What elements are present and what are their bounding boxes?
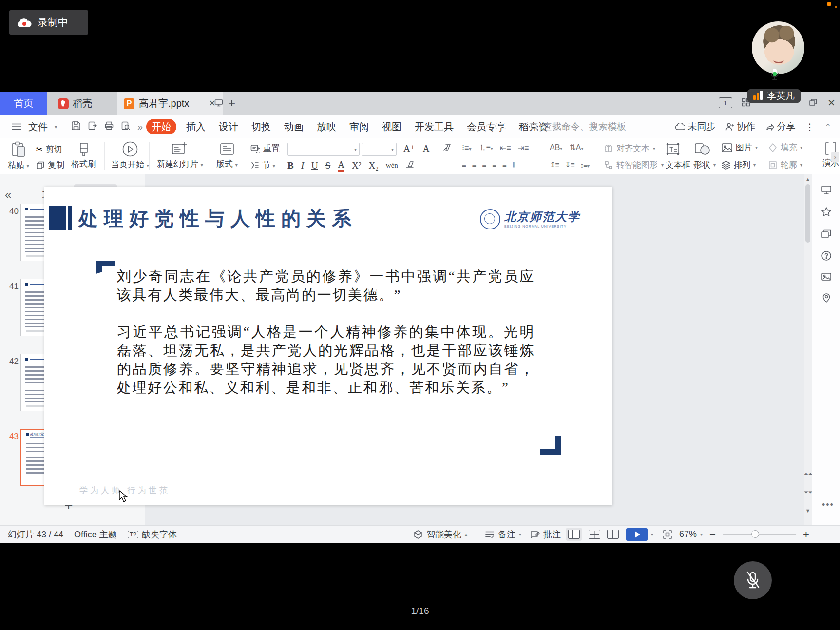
ribbon-tab-review[interactable]: 审阅 — [349, 120, 369, 134]
highlight-button[interactable] — [405, 160, 414, 171]
previous-slide-icon[interactable]: ⏶⏶ — [804, 471, 812, 477]
reset-button[interactable]: 重置 — [250, 143, 280, 154]
ribbon-tab-slideshow[interactable]: 放映 — [317, 120, 336, 134]
notes-button[interactable]: 备注 ▾ — [485, 526, 521, 543]
clear-format-icon[interactable] — [442, 143, 452, 154]
new-tab-button[interactable]: + — [228, 95, 235, 111]
location-pin-icon[interactable] — [821, 292, 832, 305]
ribbon-tab-insert[interactable]: 插入 — [186, 120, 206, 134]
zoom-level[interactable]: 67% ▾ — [679, 526, 703, 543]
share-button[interactable]: 分享 — [765, 120, 796, 133]
outline-button[interactable]: 轮廓▾ — [768, 159, 802, 171]
zoom-out-button[interactable]: − — [709, 526, 716, 543]
slide-canvas[interactable]: 处理好党性与人性的关系 北京师范大学 BEIJING NORMAL UNIVER… — [44, 187, 612, 505]
strike-button[interactable]: S — [325, 160, 331, 171]
close-button[interactable]: ✕ — [827, 97, 836, 109]
smart-beautify-button[interactable]: 智能美化 ▴ — [413, 526, 467, 543]
new-slide-button[interactable]: 新建幻灯片 ▾ — [157, 141, 203, 170]
canvas-scrollbar[interactable]: ▲ ⏶⏶ ⏷⏷ ▼ — [804, 174, 812, 525]
text-box-button[interactable]: 文本框▾ — [666, 159, 696, 171]
theme-indicator[interactable]: Office 主题 — [74, 526, 117, 543]
slide-sorter-view-button[interactable] — [589, 530, 600, 539]
zoom-slider-thumb[interactable] — [751, 530, 759, 538]
reading-view-button[interactable] — [607, 530, 619, 539]
mic-muted-button[interactable] — [734, 561, 772, 599]
collab-button[interactable]: 协作 — [725, 120, 756, 133]
font-name-combo[interactable]: ▾ — [287, 143, 360, 156]
play-slideshow-button[interactable]: ▾ — [626, 526, 653, 543]
save-icon[interactable] — [71, 121, 81, 133]
copy-button[interactable]: 复制 — [36, 159, 64, 171]
scroll-up-icon[interactable]: ▲ — [804, 176, 812, 182]
picture-button[interactable]: 图片▾ — [721, 142, 758, 153]
distribute-button[interactable]: ≡ — [502, 161, 506, 169]
sync-status[interactable]: 未同步 — [675, 120, 716, 133]
next-slide-icon[interactable]: ⏷⏷ — [804, 489, 812, 496]
numbered-list-button[interactable]: ⒈≡▾ — [478, 143, 493, 153]
file-menu[interactable]: 文件 — [28, 120, 48, 134]
hamburger-icon[interactable] — [12, 121, 21, 133]
ribbon-tab-start[interactable]: 开始 — [146, 119, 176, 134]
layers-icon[interactable] — [821, 229, 832, 241]
increase-font-icon[interactable]: A⁺ — [403, 143, 415, 154]
export-icon[interactable] — [88, 121, 97, 133]
decrease-font-icon[interactable]: A⁻ — [423, 143, 435, 154]
play-icon[interactable] — [626, 528, 648, 541]
align-left-button[interactable]: ≡ — [462, 161, 466, 169]
space-after-button[interactable]: ↧≡ — [565, 160, 574, 169]
ribbon-tab-devtools[interactable]: 开发工具 — [415, 120, 454, 134]
text-box-icon-button[interactable] — [666, 142, 680, 156]
pinyin-guide-button[interactable]: wén — [386, 161, 398, 170]
format-painter-button[interactable]: 格式刷 — [71, 141, 96, 170]
toolbar-expand-icon[interactable]: › — [831, 152, 839, 162]
paste-button[interactable]: 粘贴 ▾ — [8, 141, 29, 171]
smart-graphic-button[interactable]: 转智能图形▾ — [604, 159, 664, 171]
section-button[interactable]: 节 ▾ — [250, 159, 275, 171]
command-search[interactable]: 查找命令、搜索模板 — [530, 120, 626, 133]
ribbon-tab-view[interactable]: 视图 — [382, 120, 401, 134]
align-text-button[interactable]: 对齐文本▾ — [604, 143, 655, 154]
fit-slide-button[interactable] — [663, 526, 672, 543]
ribbon-tab-design[interactable]: 设计 — [219, 120, 238, 134]
tab-close-icon[interactable]: ✕ — [209, 98, 216, 109]
missing-font-warning[interactable]: T? 缺失字体 — [128, 526, 177, 543]
ribbon-tab-member[interactable]: 会员专享 — [467, 120, 506, 134]
cut-button[interactable]: ✂ 剪切 — [36, 144, 62, 155]
tab-home[interactable]: 首页 — [0, 92, 47, 115]
export-image-icon[interactable] — [821, 272, 832, 284]
participant-avatar[interactable] — [752, 21, 804, 74]
collapse-sidebar-icon[interactable]: « — [5, 188, 11, 202]
arrange-button[interactable]: 排列▾ — [721, 159, 756, 171]
comments-button[interactable]: 批注 — [530, 526, 561, 543]
print-preview-icon[interactable] — [121, 121, 131, 133]
space-before-button[interactable]: ↥≡ — [550, 160, 559, 169]
shapes-button[interactable]: 形状▾ — [694, 159, 716, 171]
slide-title[interactable]: 处理好党性与人性的关系 — [78, 205, 357, 232]
more-quick-actions-icon[interactable]: » — [137, 121, 143, 133]
char-spacing-button[interactable]: AB▾ — [550, 143, 562, 152]
properties-icon[interactable] — [821, 185, 832, 197]
slide-body-text[interactable]: 刘少奇同志在《论共产党员的修养》一书中强调“共产党员应该具有人类最伟大、最高尚的… — [117, 267, 535, 415]
underline-button[interactable]: U — [311, 160, 318, 171]
play-from-page-button[interactable]: 当页开始 ▾ — [111, 141, 149, 170]
increase-indent-button[interactable]: ⇥≡ — [518, 143, 529, 153]
tab-daoke[interactable]: 稻壳 — [47, 92, 117, 115]
line-spacing-button[interactable]: ⇅A▾ — [569, 143, 583, 152]
scroll-down-icon[interactable]: ▼ — [804, 508, 812, 514]
layout-button[interactable]: 版式 ▾ — [216, 141, 238, 170]
bullet-list-button[interactable]: ⁝≡▾ — [462, 143, 471, 153]
panel-more-icon[interactable]: ••• — [822, 500, 834, 510]
fill-button[interactable]: 填充▾ — [768, 142, 802, 153]
help-icon[interactable] — [821, 250, 832, 263]
zoom-slider-track[interactable] — [723, 534, 796, 535]
normal-view-button[interactable] — [566, 528, 582, 541]
font-size-combo[interactable]: ▾ — [362, 143, 397, 156]
more-menu-icon[interactable]: ⋮ — [805, 121, 815, 133]
italic-button[interactable]: I — [301, 160, 304, 171]
align-center-button[interactable]: ≡ — [472, 161, 476, 169]
superscript-button[interactable]: X² — [352, 160, 361, 171]
ribbon-tab-transition[interactable]: 切换 — [251, 120, 271, 134]
font-color-button[interactable]: A — [338, 159, 344, 172]
line-height-button[interactable]: ↕≡▾ — [580, 161, 589, 169]
ribbon-tab-animation[interactable]: 动画 — [284, 120, 304, 134]
